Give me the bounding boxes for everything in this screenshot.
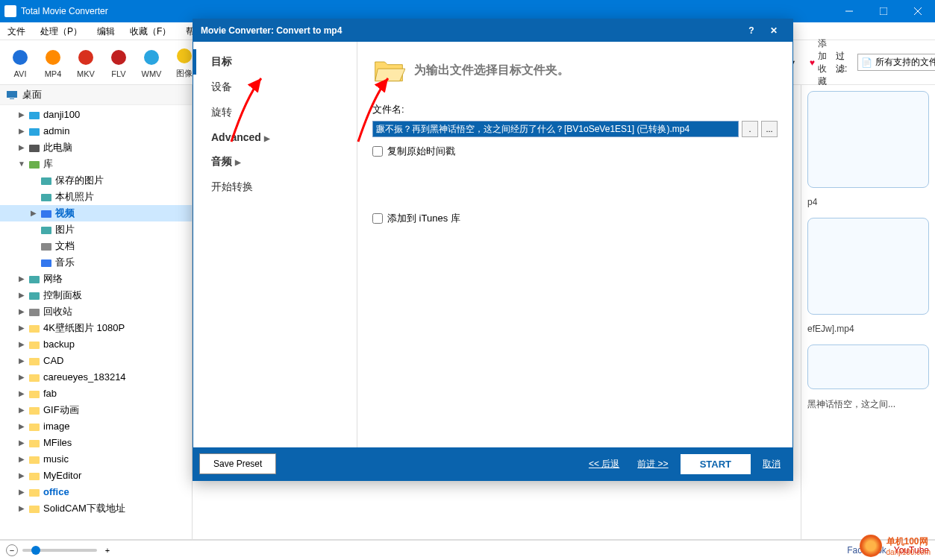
tree-node-icon <box>28 109 40 121</box>
tree-twisty[interactable]: ▶ <box>16 405 27 415</box>
window-minimize[interactable] <box>832 0 866 22</box>
dialog-help-button[interactable]: ? <box>740 19 763 42</box>
window-close[interactable] <box>901 0 935 22</box>
tree-node-icon <box>28 355 40 367</box>
dialog-nav-item[interactable]: 音频▶ <box>193 149 357 174</box>
tree-node[interactable]: 本机照片 <box>0 189 192 205</box>
tree-twisty[interactable]: ▶ <box>16 471 27 481</box>
tree-node[interactable]: ▶CAD <box>0 353 192 369</box>
tree-node[interactable]: ▶GIF动画 <box>0 402 192 418</box>
window-maximize[interactable] <box>866 0 901 22</box>
tree-node[interactable]: ▶fab <box>0 386 192 402</box>
menu-item[interactable]: 文件 <box>0 22 33 40</box>
breadcrumb[interactable]: 桌面 <box>0 85 192 105</box>
tree-twisty[interactable]: ▼ <box>16 159 27 169</box>
tree-node[interactable]: 保存的图片 <box>0 172 192 189</box>
tree-twisty[interactable] <box>28 241 39 251</box>
copy-timestamp-checkbox[interactable]: 复制原始时间戳 <box>372 145 778 158</box>
tree-node[interactable]: ▶MFiles <box>0 435 192 451</box>
tree-node[interactable]: ▶回收站 <box>0 303 192 320</box>
itunes-checkbox[interactable]: 添加到 iTunes 库 <box>372 212 778 225</box>
tree-twisty[interactable] <box>28 192 39 202</box>
tree-node[interactable]: ▶office <box>0 484 192 500</box>
tree-node[interactable]: 音乐 <box>0 254 192 271</box>
save-preset-button[interactable]: Save Preset <box>199 453 276 474</box>
browse-button[interactable]: ... <box>761 121 778 137</box>
tree-twisty[interactable]: ▶ <box>16 126 27 136</box>
tree-node[interactable]: ▶danji100 <box>0 107 192 123</box>
cancel-button[interactable]: 取消 <box>757 455 787 474</box>
tree-twisty[interactable]: ▶ <box>16 503 27 514</box>
forward-button[interactable]: 前进 >> <box>631 455 674 474</box>
dialog-nav-item[interactable]: 设备 <box>193 75 357 100</box>
tree-twisty[interactable]: ▶ <box>16 323 27 333</box>
tree-twisty[interactable]: ▶ <box>16 110 27 120</box>
tree-node-icon <box>28 142 40 154</box>
tree-twisty[interactable]: ▶ <box>16 290 27 301</box>
video-thumbnail[interactable] <box>807 218 929 315</box>
video-thumbnail[interactable] <box>807 91 929 188</box>
tree-twisty[interactable]: ▶ <box>28 208 39 218</box>
dialog-nav-item[interactable]: 目标 <box>193 49 357 75</box>
tree-node[interactable]: ▶careueyes_183214 <box>0 369 192 386</box>
dialog-nav-item[interactable]: Advanced▶ <box>193 125 357 149</box>
dialog-nav-item[interactable]: 旋转 <box>193 100 357 125</box>
menu-item[interactable]: 收藏（F） <box>122 22 178 40</box>
tree-twisty[interactable]: ▶ <box>16 421 27 432</box>
tree-twisty[interactable]: ▶ <box>16 356 27 366</box>
tree-node[interactable]: ▶backup <box>0 336 192 353</box>
add-favorite-link[interactable]: ♥添加收藏 <box>805 36 831 89</box>
tree-node[interactable]: ▶视频 <box>0 205 192 221</box>
tree-twisty[interactable]: ▶ <box>16 372 27 383</box>
folder-tree[interactable]: ▶danji100▶admin▶此电脑▼库保存的图片本机照片▶视频图片文档音乐▶… <box>0 105 192 539</box>
dialog-close-button[interactable]: ✕ <box>763 19 785 42</box>
zoom-out-button[interactable]: − <box>6 544 18 556</box>
zoom-in-button[interactable]: + <box>101 544 113 556</box>
tree-twisty[interactable] <box>28 257 39 268</box>
tree-node-label: CAD <box>43 353 63 368</box>
zoom-slider[interactable] <box>22 549 97 552</box>
toolbar-flv[interactable]: FLV <box>103 45 134 80</box>
path-up-button[interactable]: . <box>742 121 758 137</box>
tree-twisty[interactable] <box>28 175 39 186</box>
toolbar-mp4[interactable]: MP4 <box>37 45 69 80</box>
filter-combobox[interactable]: 📄所有支持的文件 <box>857 54 935 71</box>
start-button[interactable]: START <box>681 454 751 474</box>
tree-twisty[interactable]: ▶ <box>16 142 27 153</box>
tree-twisty[interactable]: ▶ <box>16 306 27 317</box>
copy-timestamp-input[interactable] <box>372 146 383 157</box>
filename-input[interactable] <box>372 121 739 137</box>
tree-node-icon <box>28 404 40 416</box>
back-button[interactable]: << 后退 <box>583 455 625 474</box>
toolbar-wmv[interactable]: WMV <box>136 45 167 80</box>
tree-node-label: danji100 <box>43 107 80 122</box>
tree-twisty[interactable]: ▶ <box>16 454 27 465</box>
menu-item[interactable]: 编辑 <box>90 22 122 40</box>
toolbar-avi[interactable]: AVI <box>4 45 36 80</box>
tree-node[interactable]: ▶4K壁纸图片 1080P <box>0 320 192 336</box>
tree-twisty[interactable]: ▶ <box>16 339 27 350</box>
itunes-input[interactable] <box>372 213 383 224</box>
tree-twisty[interactable] <box>28 224 39 235</box>
tree-node[interactable]: ▶MyEditor <box>0 468 192 484</box>
tree-node[interactable]: ▶music <box>0 451 192 468</box>
tree-node[interactable]: ▶控制面板 <box>0 287 192 303</box>
tree-node[interactable]: ▶此电脑 <box>0 139 192 156</box>
tree-node[interactable]: ▶admin <box>0 123 192 139</box>
tree-twisty[interactable]: ▶ <box>16 487 27 497</box>
tree-node[interactable]: ▶SolidCAM下载地址 <box>0 500 192 517</box>
zoom-control: − + <box>6 544 113 556</box>
tree-twisty[interactable]: ▶ <box>16 274 27 284</box>
tree-node[interactable]: 文档 <box>0 238 192 254</box>
tree-node[interactable]: 图片 <box>0 221 192 238</box>
tree-node[interactable]: ▶网络 <box>0 271 192 287</box>
tree-node[interactable]: ▼库 <box>0 156 192 172</box>
tree-twisty[interactable]: ▶ <box>16 438 27 448</box>
tree-twisty[interactable]: ▶ <box>16 388 27 399</box>
tree-node-label: 此电脑 <box>43 140 72 155</box>
menu-item[interactable]: 处理（P） <box>33 22 90 40</box>
dialog-nav-item[interactable]: 开始转换 <box>193 174 357 200</box>
video-thumbnail[interactable] <box>807 345 929 389</box>
toolbar-mkv[interactable]: MKV <box>70 45 101 80</box>
tree-node[interactable]: ▶image <box>0 418 192 435</box>
